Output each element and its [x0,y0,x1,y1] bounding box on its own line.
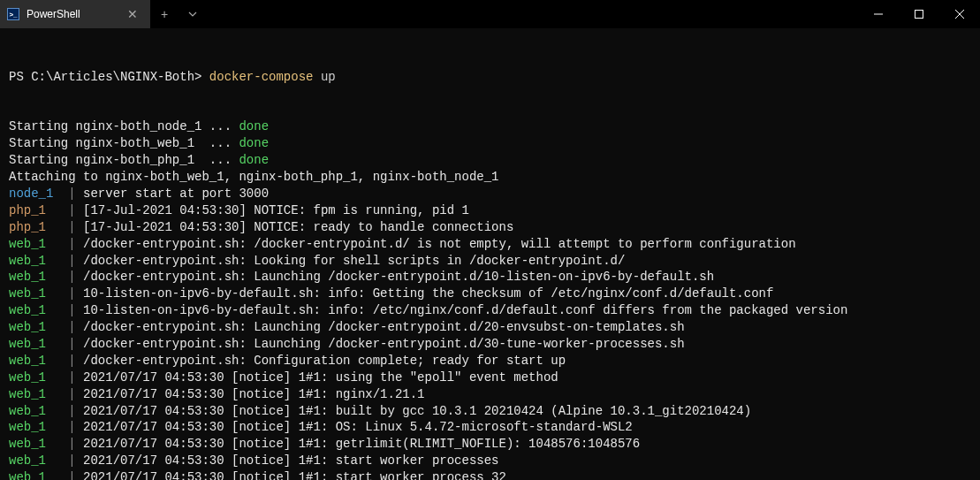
new-tab-button[interactable]: + [150,0,179,28]
separator-pipe: | [53,320,83,334]
container-label: web_1 [9,336,53,353]
log-text: /docker-entrypoint.sh: Launching /docker… [83,270,714,284]
container-label: web_1 [9,403,53,420]
container-label: web_1 [9,386,53,403]
close-button[interactable] [939,0,980,28]
container-label: php_1 [9,202,53,219]
window-controls [858,0,980,28]
log-line: node_1 | server start at port 3000 [9,186,971,202]
log-line: web_1 | /docker-entrypoint.sh: Looking f… [9,253,971,270]
separator-pipe: | [53,470,83,480]
container-label: php_1 [9,219,53,236]
svg-rect-1 [915,11,923,19]
tab-powershell[interactable]: >_ PowerShell ✕ [0,0,150,28]
log-line: web_1 | 2021/07/17 04:53:30 [notice] 1#1… [9,469,971,480]
separator-pipe: | [53,420,83,434]
separator-pipe: | [53,370,83,385]
log-text: 10-listen-on-ipv6-by-default.sh: info: G… [83,286,773,301]
log-text: [17-Jul-2021 04:53:30] NOTICE: ready to … [83,220,513,234]
prompt-arg: up [321,70,336,84]
separator-pipe: | [53,337,83,351]
log-line: php_1 | [17-Jul-2021 04:53:30] NOTICE: r… [9,219,971,236]
container-label: web_1 [9,469,53,480]
maximize-icon [915,10,923,19]
log-text: [17-Jul-2021 04:53:30] NOTICE: fpm is ru… [83,203,469,217]
separator-pipe: | [53,437,83,451]
container-label: web_1 [9,269,53,286]
terminal-output[interactable]: PS C:\Articles\NGINX-Both> docker-compos… [0,28,980,480]
log-line: Starting nginx-both_php_1 ... done [9,152,971,169]
log-line: web_1 | 2021/07/17 04:53:30 [notice] 1#1… [9,436,971,453]
log-line: web_1 | 2021/07/17 04:53:30 [notice] 1#1… [9,403,971,420]
log-line: web_1 | /docker-entrypoint.sh: Configura… [9,353,971,370]
log-line: web_1 | 2021/07/17 04:53:30 [notice] 1#1… [9,386,971,403]
tab-dropdown-button[interactable] [179,0,207,28]
container-label: web_1 [9,253,53,270]
log-line: web_1 | 2021/07/17 04:53:30 [notice] 1#1… [9,419,971,436]
separator-pipe: | [53,203,83,217]
separator-pipe: | [53,220,83,234]
separator-pipe: | [53,354,83,368]
log-text: Attaching to nginx-both_web_1, nginx-bot… [9,170,499,184]
titlebar: >_ PowerShell ✕ + [0,0,980,28]
log-text: 2021/07/17 04:53:30 [notice] 1#1: OS: Li… [83,420,633,434]
log-text: 2021/07/17 04:53:30 [notice] 1#1: nginx/… [83,387,424,401]
log-text: 2021/07/17 04:53:30 [notice] 1#1: start … [83,453,498,468]
status-done: done [239,153,269,167]
container-label: web_1 [9,302,53,319]
chevron-down-icon [188,11,197,17]
container-label: web_1 [9,370,53,386]
log-text: Starting nginx-both_node_1 ... [9,119,239,133]
separator-pipe: | [53,270,83,284]
log-text: Starting nginx-both_php_1 ... [9,153,239,167]
powershell-icon: >_ [7,8,19,20]
separator-pipe: | [53,387,83,401]
log-text: /docker-entrypoint.sh: /docker-entrypoin… [83,237,796,251]
container-label: web_1 [9,353,53,370]
log-text: server start at port 3000 [83,187,269,201]
close-icon [955,10,964,19]
log-line: Starting nginx-both_web_1 ... done [9,135,971,152]
separator-pipe: | [53,254,83,268]
maximize-button[interactable] [899,0,939,28]
log-line: web_1 | 10-listen-on-ipv6-by-default.sh:… [9,286,971,302]
log-text: Starting nginx-both_web_1 ... [9,136,239,150]
separator-pipe: | [53,404,83,418]
status-done: done [239,136,269,150]
log-line: web_1 | /docker-entrypoint.sh: Launching… [9,269,971,286]
tab-close-icon[interactable]: ✕ [124,7,141,21]
log-text: 2021/07/17 04:53:30 [notice] 1#1: using … [83,370,558,385]
log-text: 2021/07/17 04:53:30 [notice] 1#1: start … [83,470,506,480]
log-line: Starting nginx-both_node_1 ... done [9,118,971,135]
log-text: 10-listen-on-ipv6-by-default.sh: info: /… [83,303,847,317]
container-label: web_1 [9,319,53,336]
log-lines: Starting nginx-both_node_1 ... doneStart… [9,118,971,480]
log-text: 2021/07/17 04:53:30 [notice] 1#1: getrli… [83,437,640,451]
separator-pipe: | [53,187,83,201]
log-line: web_1 | /docker-entrypoint.sh: Launching… [9,319,971,336]
tabs-area: >_ PowerShell ✕ + [0,0,207,28]
tab-label: PowerShell [27,8,117,20]
log-line: php_1 | [17-Jul-2021 04:53:30] NOTICE: f… [9,202,971,219]
container-label: web_1 [9,236,53,253]
container-label: web_1 [9,286,53,302]
log-text: /docker-entrypoint.sh: Looking for shell… [83,254,625,268]
log-text: /docker-entrypoint.sh: Launching /docker… [83,320,685,334]
minimize-icon [874,10,883,19]
separator-pipe: | [53,303,83,317]
log-text: /docker-entrypoint.sh: Launching /docker… [83,337,685,351]
minimize-button[interactable] [858,0,899,28]
separator-pipe: | [53,237,83,251]
log-line: web_1 | 2021/07/17 04:53:30 [notice] 1#1… [9,453,971,469]
log-line: web_1 | /docker-entrypoint.sh: Launching… [9,336,971,353]
log-line: web_1 | 10-listen-on-ipv6-by-default.sh:… [9,302,971,319]
container-label: node_1 [9,186,53,202]
separator-pipe: | [53,286,83,301]
log-line: Attaching to nginx-both_web_1, nginx-bot… [9,169,971,186]
prompt-line: PS C:\Articles\NGINX-Both> docker-compos… [9,69,971,86]
prompt-command: docker-compose [209,70,314,84]
status-done: done [239,119,269,133]
container-label: web_1 [9,453,53,469]
container-label: web_1 [9,419,53,436]
container-label: web_1 [9,436,53,453]
